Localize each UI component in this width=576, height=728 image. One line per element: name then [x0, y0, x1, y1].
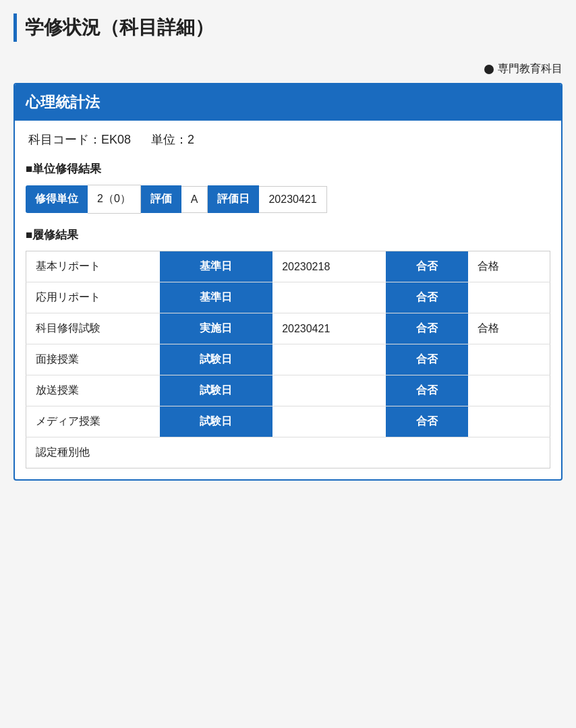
table-row: 放送授業試験日合否 [26, 375, 550, 406]
result-date-value [272, 375, 386, 406]
eval-date-label-badge: 評価日 [208, 185, 259, 213]
subject-name: 心理統計法 [26, 94, 100, 111]
result-date-label-badge: 試験日 [160, 406, 273, 437]
results-heading: ■履修結果 [26, 227, 78, 243]
eval-label-badge: 評価 [141, 185, 181, 213]
table-row: 認定種別他 [26, 437, 550, 468]
result-date-value [272, 406, 386, 437]
credits-section-label: ■単位修得結果 [26, 161, 550, 177]
result-date-label-badge: 基準日 [160, 251, 273, 282]
table-row: 応用リポート基準日合否 [26, 282, 550, 313]
result-pass-value [468, 406, 550, 437]
result-date-label-badge: 基準日 [160, 282, 273, 313]
subject-units: 単位：2 [151, 133, 194, 146]
subject-card: 心理統計法 科目コード：EK08 単位：2 ■単位修得結果 修得単位 2（0） … [13, 83, 563, 481]
category-label: 専門教育科目 [13, 62, 563, 76]
result-date-value [272, 437, 386, 468]
acquired-value: 2（0） [88, 185, 141, 214]
subject-name-header: 心理統計法 [15, 84, 561, 121]
result-date-label-badge: 試験日 [160, 344, 273, 375]
result-date-label-badge [160, 437, 273, 468]
page-title: 学修状況（科目詳細） [25, 15, 214, 40]
page-header: 学修状況（科目詳細） [13, 13, 563, 42]
result-pass-label-badge: 合否 [386, 282, 468, 313]
table-row: 基本リポート基準日20230218合否合格 [26, 251, 550, 282]
credits-heading: ■単位修得結果 [26, 161, 101, 177]
card-body: 科目コード：EK08 単位：2 ■単位修得結果 修得単位 2（0） 評価 A 評… [15, 121, 561, 479]
table-row: メディア授業試験日合否 [26, 406, 550, 437]
result-date-label-badge: 実施日 [160, 313, 273, 344]
results-table: 基本リポート基準日20230218合否合格応用リポート基準日合否科目修得試験実施… [26, 251, 550, 468]
result-pass-label-badge: 合否 [386, 251, 468, 282]
eval-date-value: 20230421 [259, 186, 326, 213]
result-pass-label-badge: 合否 [386, 313, 468, 344]
result-date-value: 20230218 [272, 251, 386, 282]
result-row-name: 面接授業 [26, 344, 160, 375]
result-row-name: メディア授業 [26, 406, 160, 437]
category-text: 専門教育科目 [498, 62, 563, 76]
result-pass-label-badge: 合否 [386, 375, 468, 406]
result-pass-label-badge: 合否 [386, 344, 468, 375]
result-pass-value [468, 344, 550, 375]
result-pass-label-badge: 合否 [386, 406, 468, 437]
result-pass-value: 合格 [468, 251, 550, 282]
subject-info: 科目コード：EK08 単位：2 [26, 131, 550, 148]
title-bar-accent [13, 13, 17, 42]
results-section-label: ■履修結果 [26, 227, 550, 243]
credits-row: 修得単位 2（0） 評価 A 評価日 20230421 [26, 185, 550, 214]
result-pass-value: 合格 [468, 313, 550, 344]
result-date-value [272, 282, 386, 313]
result-date-value [272, 344, 386, 375]
result-pass-label-badge [386, 437, 468, 468]
result-row-name: 放送授業 [26, 375, 160, 406]
result-row-name: 応用リポート [26, 282, 160, 313]
subject-code: 科目コード：EK08 [28, 133, 131, 146]
result-pass-value [468, 375, 550, 406]
acquired-label-badge: 修得単位 [26, 185, 88, 213]
eval-value: A [181, 186, 208, 213]
result-date-label-badge: 試験日 [160, 375, 273, 406]
table-row: 科目修得試験実施日20230421合否合格 [26, 313, 550, 344]
result-date-value: 20230421 [272, 313, 386, 344]
result-row-name: 科目修得試験 [26, 313, 160, 344]
result-pass-value [468, 282, 550, 313]
result-row-name: 基本リポート [26, 251, 160, 282]
category-dot-icon [484, 65, 494, 74]
result-row-name: 認定種別他 [26, 437, 160, 468]
table-row: 面接授業試験日合否 [26, 344, 550, 375]
result-pass-value [468, 437, 550, 468]
